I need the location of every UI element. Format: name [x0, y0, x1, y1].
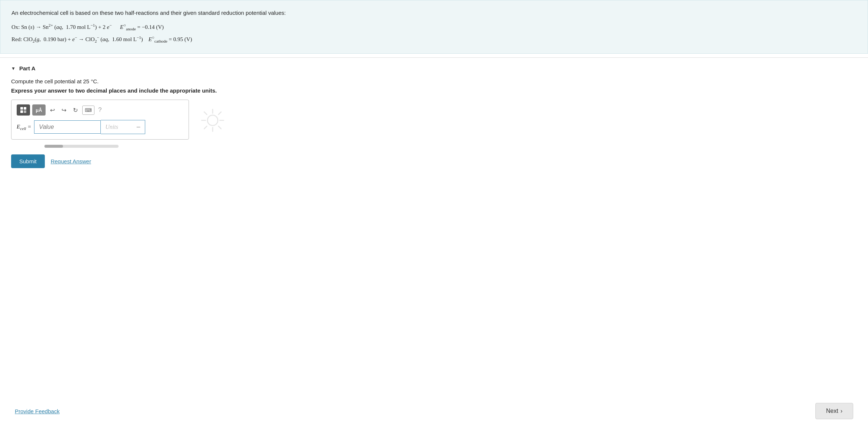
next-button[interactable]: Next › [815, 403, 853, 419]
collapse-arrow-icon[interactable]: ▼ [11, 66, 16, 71]
next-label: Next [826, 408, 838, 414]
problem-intro: An electrochemical cell is based on thes… [11, 9, 857, 17]
part-header: ▼ Part A [11, 65, 857, 71]
submit-button[interactable]: Submit [11, 154, 45, 168]
units-input-wrapper: Units − [101, 120, 145, 134]
answer-area: μÅ ↩ ↪ ↻ ⌨ ? Ecell = Units − [11, 100, 189, 140]
problem-box: An electrochemical cell is based on thes… [0, 0, 868, 54]
loading-overlay [200, 107, 226, 134]
svg-point-0 [207, 115, 218, 126]
units-placeholder-text: Units [105, 124, 118, 130]
toolbar: μÅ ↩ ↪ ↻ ⌨ ? [17, 104, 183, 116]
provide-feedback-button[interactable]: Provide Feedback [15, 408, 60, 414]
svg-line-6 [219, 126, 221, 129]
redo-button[interactable]: ↪ [59, 105, 69, 115]
value-input[interactable] [34, 120, 101, 134]
units-minus-icon: − [134, 123, 141, 131]
keyboard-button[interactable]: ⌨ [82, 106, 94, 115]
svg-line-7 [219, 112, 221, 114]
scroll-thumb [44, 145, 63, 148]
next-chevron-icon: › [841, 408, 842, 414]
bottom-bar: Provide Feedback Next › [0, 403, 868, 419]
refresh-button[interactable]: ↻ [71, 105, 80, 115]
sun-icon [200, 107, 226, 133]
scroll-track[interactable] [44, 145, 119, 148]
svg-line-5 [204, 112, 207, 114]
mu-angstrom-button[interactable]: μÅ [32, 104, 46, 116]
scroll-bar-area [11, 145, 857, 148]
instruction-text: Express your answer to two decimal place… [11, 87, 857, 94]
request-answer-button[interactable]: Request Answer [51, 158, 91, 164]
reactions-block: Ox: Sn (s) → Sn2+ (aq, 1.70 mol L−1) + 2… [11, 21, 857, 45]
undo-button[interactable]: ↩ [48, 105, 57, 115]
page-wrapper: An electrochemical cell is based on thes… [0, 0, 868, 434]
question-text: Compute the cell potential at 25 °C. [11, 78, 857, 84]
reaction-red-line: Red: ClO2(g, 0.190 bar) + e− → ClO2− (aq… [11, 33, 857, 46]
action-row: Submit Request Answer [11, 154, 857, 168]
svg-line-8 [204, 126, 207, 129]
ecell-label: Ecell = [17, 124, 31, 131]
help-button[interactable]: ? [97, 105, 103, 115]
part-label: Part A [19, 65, 36, 71]
grid-template-icon [20, 107, 26, 113]
reaction-ox-line: Ox: Sn (s) → Sn2+ (aq, 1.70 mol L−1) + 2… [11, 21, 857, 33]
input-row: Ecell = Units − [17, 120, 183, 134]
part-a-section: ▼ Part A Compute the cell potential at 2… [0, 57, 868, 168]
grid-template-button[interactable] [17, 104, 30, 116]
